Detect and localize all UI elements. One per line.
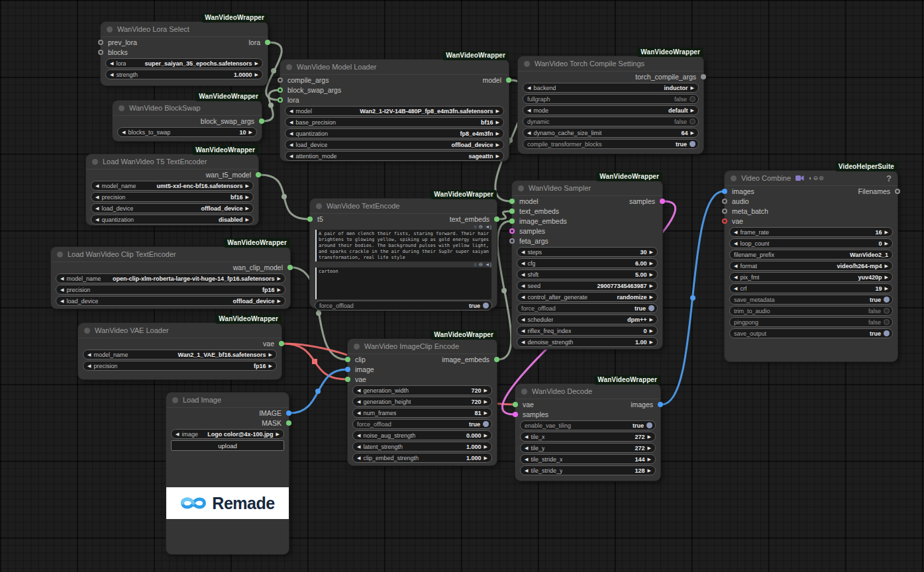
widget-left-arrow-icon[interactable]: ◀ xyxy=(95,217,99,222)
widget-denoise_strength[interactable]: ◀denoise_strength1.00▶ xyxy=(517,337,658,347)
node-sampler[interactable]: WanVideo Samplermodelsamplestext_embedsi… xyxy=(512,181,662,349)
widget-num_frames[interactable]: ◀num_frames81▶ xyxy=(352,408,492,418)
collapse-dot-icon[interactable] xyxy=(518,185,524,191)
widget-dynamic[interactable]: dynamicfalse xyxy=(523,117,699,126)
widget-right-arrow-icon[interactable]: ▶ xyxy=(484,399,488,405)
widget-base_precision[interactable]: ◀base_precisionbf16▶ xyxy=(285,117,504,127)
widget-tile_stride_y[interactable]: ◀tile_stride_y128▶ xyxy=(520,465,656,475)
node-header[interactable]: WanVideo Torch Compile Settings xyxy=(518,56,703,72)
node-header[interactable]: Load WanVideo Clip TextEncoder xyxy=(51,247,290,262)
node-torch-compile[interactable]: WanVideo Torch Compile Settingstorch_com… xyxy=(518,56,703,154)
node-header[interactable]: WanVideo VAE Loader xyxy=(78,323,282,338)
widget-left-arrow-icon[interactable]: ◀ xyxy=(289,154,293,159)
widget-dynamo_cache_size_limit[interactable]: ◀dynamo_cache_size_limit64▶ xyxy=(523,128,699,138)
widget-left-arrow-icon[interactable]: ◀ xyxy=(289,120,293,125)
widget-right-arrow-icon[interactable]: ▶ xyxy=(484,388,488,393)
slot-in-clip[interactable] xyxy=(345,357,350,362)
widget-left-arrow-icon[interactable]: ◀ xyxy=(525,434,528,440)
toggle-knob[interactable] xyxy=(648,305,654,311)
widget-backend[interactable]: ◀backendinductor▶ xyxy=(523,83,699,93)
widget-right-arrow-icon[interactable]: ▶ xyxy=(650,272,653,277)
widget-left-arrow-icon[interactable]: ◀ xyxy=(357,388,360,393)
widget-scheduler[interactable]: ◀schedulerdpm++▶ xyxy=(517,314,658,324)
upload-button[interactable]: upload xyxy=(171,440,284,451)
widget-left-arrow-icon[interactable]: ◀ xyxy=(527,108,531,113)
minus-icon[interactable]: ⊖ xyxy=(479,262,483,267)
node-textencode[interactable]: WanVideo TextEncodet5text_embeds○⊖◄)A pa… xyxy=(310,199,497,308)
node-header[interactable]: Video Combine◐⊖⊜? xyxy=(725,171,898,186)
collapse-dot-icon[interactable] xyxy=(172,397,178,403)
prompt-textarea[interactable]: A pair of men clench their fists, starin… xyxy=(315,230,491,262)
widget-load_device[interactable]: ◀load_deviceoffload_device▶ xyxy=(91,203,254,213)
widget-riflex_freq_index[interactable]: ◀riflex_freq_index0▶ xyxy=(517,326,658,336)
widget-enable_vae_tiling[interactable]: enable_vae_tilingtrue xyxy=(520,420,656,430)
widget-right-arrow-icon[interactable]: ▶ xyxy=(484,433,488,438)
widget-right-arrow-icon[interactable]: ▶ xyxy=(648,446,651,451)
widget-right-arrow-icon[interactable]: ▶ xyxy=(246,183,249,189)
widget-force_offload[interactable]: force_offloadtrue xyxy=(352,419,492,429)
widget-left-arrow-icon[interactable]: ◀ xyxy=(87,352,91,358)
widget-right-arrow-icon[interactable]: ▶ xyxy=(650,328,653,334)
slot-in-lora[interactable] xyxy=(278,97,283,103)
widget-right-arrow-icon[interactable]: ▶ xyxy=(496,131,499,136)
widget-right-arrow-icon[interactable]: ▶ xyxy=(691,130,694,136)
widget-clip_embed_strength[interactable]: ◀clip_embed_strength1.000▶ xyxy=(352,453,492,463)
widget-save_output[interactable]: save_outputtrue xyxy=(729,328,893,338)
widget-control_after_generate[interactable]: ◀control_after_generaterandomize▶ xyxy=(517,292,658,302)
slot-in-prev_lora[interactable] xyxy=(98,40,103,45)
widget-right-arrow-icon[interactable]: ▶ xyxy=(650,250,653,255)
slot-out-wan_clip_model[interactable] xyxy=(287,265,293,270)
widget-left-arrow-icon[interactable]: ◀ xyxy=(525,468,528,473)
widget-right-arrow-icon[interactable]: ▶ xyxy=(885,230,888,235)
slot-in-samples[interactable] xyxy=(509,228,515,234)
node-lora-select[interactable]: WanVideo Lora Selectprev_loralorablocks◀… xyxy=(101,22,268,85)
collapse-dot-icon[interactable] xyxy=(119,105,125,111)
widget-loop_count[interactable]: ◀loop_count0▶ xyxy=(729,238,893,248)
slot-in-blocks[interactable] xyxy=(98,50,103,55)
node-header[interactable]: Load Image xyxy=(166,393,289,408)
slot-out-model[interactable] xyxy=(506,77,511,83)
slot-out-images[interactable] xyxy=(658,402,663,407)
node-clip-loader[interactable]: Load WanVideo Clip TextEncoderwan_clip_m… xyxy=(51,247,290,309)
widget-left-arrow-icon[interactable]: ◀ xyxy=(357,433,360,438)
slot-in-audio[interactable] xyxy=(722,199,727,204)
collapse-dot-icon[interactable] xyxy=(731,175,737,181)
widget-left-arrow-icon[interactable]: ◀ xyxy=(95,183,99,189)
widget-left-arrow-icon[interactable]: ◀ xyxy=(521,295,525,300)
toggle-knob[interactable] xyxy=(884,297,890,303)
widget-left-arrow-icon[interactable]: ◀ xyxy=(734,263,737,269)
widget-left-arrow-icon[interactable]: ◀ xyxy=(60,287,64,293)
widget-seed[interactable]: ◀seed290077345463987▶ xyxy=(517,281,658,291)
toggle-knob[interactable] xyxy=(690,119,695,124)
widget-right-arrow-icon[interactable]: ▶ xyxy=(650,295,653,300)
widget-left-arrow-icon[interactable]: ◀ xyxy=(110,72,113,77)
slot-out-Filenames[interactable] xyxy=(895,189,900,194)
slot-in-feta_args[interactable] xyxy=(509,238,515,244)
widget-left-arrow-icon[interactable]: ◀ xyxy=(289,109,293,114)
widget-left-arrow-icon[interactable]: ◀ xyxy=(527,85,531,91)
widget-right-arrow-icon[interactable]: ▶ xyxy=(496,142,499,148)
widget-precision[interactable]: ◀precisionbf16▶ xyxy=(91,192,254,202)
toggle-knob[interactable] xyxy=(690,141,695,147)
widget-model_name[interactable]: ◀model_nameumt5-xxl-enc-bf16.safetensors… xyxy=(91,181,254,191)
widget-right-arrow-icon[interactable]: ▶ xyxy=(255,72,258,77)
slot-in-text_embeds[interactable] xyxy=(509,209,515,214)
toggle-knob[interactable] xyxy=(884,319,890,325)
widget-left-arrow-icon[interactable]: ◀ xyxy=(521,261,525,266)
widget-right-arrow-icon[interactable]: ▶ xyxy=(650,261,653,266)
widget-mode[interactable]: ◀modedefault▶ xyxy=(523,105,699,115)
widget-tile_stride_x[interactable]: ◀tile_stride_x144▶ xyxy=(520,454,656,464)
slot-in-vae[interactable] xyxy=(513,402,518,407)
slot-in-images[interactable] xyxy=(722,189,727,194)
slot-out-lora[interactable] xyxy=(265,40,270,45)
widget-left-arrow-icon[interactable]: ◀ xyxy=(87,363,91,369)
node-header[interactable]: WanVideo TextEncode xyxy=(310,199,497,214)
node-blockswap[interactable]: WanVideo BlockSwapblock_swap_args◀blocks… xyxy=(113,101,262,141)
widget-right-arrow-icon[interactable]: ▶ xyxy=(246,217,249,222)
widget-right-arrow-icon[interactable]: ▶ xyxy=(276,432,280,437)
collapse-dot-icon[interactable] xyxy=(521,389,527,395)
widget-precision[interactable]: ◀precisionfp16▶ xyxy=(56,285,285,295)
widget-left-arrow-icon[interactable]: ◀ xyxy=(176,432,179,437)
widget-right-arrow-icon[interactable]: ▶ xyxy=(496,120,499,125)
slot-out-image_embeds[interactable] xyxy=(494,357,499,362)
